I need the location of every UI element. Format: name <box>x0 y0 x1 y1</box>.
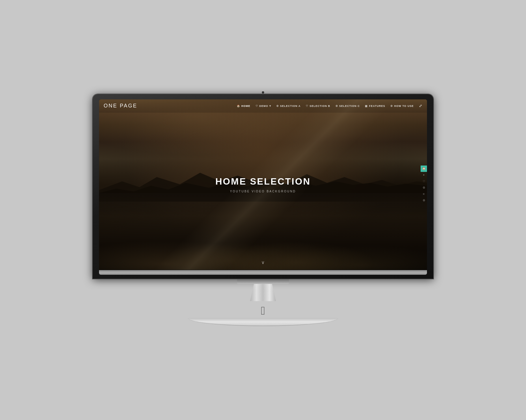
nav-expand-button[interactable]: ⤢ <box>419 104 422 108</box>
expand-icon: ⤢ <box>419 104 422 108</box>
selection-c-nav-icon: ⚙ <box>335 105 338 107</box>
how-to-use-nav-icon: ⚙ <box>390 105 393 107</box>
nav-item-selection-b[interactable]: ♡ SELECTION B <box>306 105 330 107</box>
nav-item-selection-c[interactable]: ⚙ SELECTION C <box>335 105 360 107</box>
sidebar-dot-menu[interactable]: ≡ <box>421 191 427 197</box>
nav-item-selection-a[interactable]: ⚙ SELECTION A <box>276 105 301 107</box>
sidebar-circle-icon: ● <box>423 174 425 176</box>
monitor-body: ONE PAGE 🏠 HOME ♡ DEMO ▾ <box>93 94 433 279</box>
nav-label-home: HOME <box>241 105 250 107</box>
nav-label-selection-a: SELECTION A <box>280 105 301 107</box>
nav-label-features: FEATURES <box>369 105 385 107</box>
demo-nav-icon: ♡ <box>255 105 258 107</box>
nav-label-selection-b: SELECTION B <box>309 105 330 107</box>
monitor-stand-top <box>237 279 289 284</box>
monitor-bottom-bar <box>99 270 427 275</box>
home-nav-icon: 🏠 <box>237 105 240 107</box>
navbar: ONE PAGE 🏠 HOME ♡ DEMO ▾ <box>99 99 427 113</box>
right-sidebar: 🏠 ● ♡ ⚙ ≡ ⚙ <box>421 166 427 204</box>
monitor-bezel: ONE PAGE 🏠 HOME ♡ DEMO ▾ <box>99 99 427 275</box>
nav-menu: 🏠 HOME ♡ DEMO ▾ ⚙ SELECTION A <box>237 104 422 108</box>
nav-label-demo: DEMO <box>259 105 268 107</box>
apple-logo:  <box>261 301 265 318</box>
monitor-stand-neck <box>250 284 276 301</box>
nav-item-features[interactable]: ▦ FEATURES <box>365 105 385 107</box>
nav-item-home[interactable]: 🏠 HOME <box>237 105 250 107</box>
selection-a-nav-icon: ⚙ <box>276 105 279 107</box>
sidebar-settings-icon: ⚙ <box>423 186 425 189</box>
site-logo[interactable]: ONE PAGE <box>104 103 137 109</box>
features-nav-icon: ▦ <box>365 105 368 107</box>
sidebar-dot-home[interactable]: 🏠 <box>421 166 427 172</box>
hero-content: HOME SELECTION YOUTUBE VIDEO BACKGROUND <box>215 176 311 193</box>
sidebar-menu-icon: ≡ <box>423 192 425 196</box>
sidebar-share-icon: ⚙ <box>423 199 425 202</box>
hero-subtitle: YOUTUBE VIDEO BACKGROUND <box>215 190 311 193</box>
monitor-stand-base <box>188 318 338 326</box>
nav-label-selection-c: SELECTION C <box>339 105 360 107</box>
monitor-wrapper: ONE PAGE 🏠 HOME ♡ DEMO ▾ <box>90 94 436 326</box>
selection-b-nav-icon: ♡ <box>306 105 308 107</box>
screen: ONE PAGE 🏠 HOME ♡ DEMO ▾ <box>99 99 427 270</box>
sidebar-home-icon: 🏠 <box>422 167 426 170</box>
sidebar-dot-heart[interactable]: ♡ <box>421 178 427 185</box>
sidebar-heart-icon: ♡ <box>423 180 425 183</box>
nav-item-how-to-use[interactable]: ⚙ HOW TO USE <box>390 105 414 107</box>
hero-title: HOME SELECTION <box>215 176 311 187</box>
scroll-chevron[interactable]: ∨ <box>261 260 265 265</box>
sidebar-dot-share[interactable]: ⚙ <box>421 197 427 204</box>
nav-item-demo[interactable]: ♡ DEMO ▾ <box>255 104 271 107</box>
nav-label-how-to-use: HOW TO USE <box>394 105 414 107</box>
sidebar-dot-settings[interactable]: ⚙ <box>421 185 427 191</box>
demo-dropdown-icon: ▾ <box>269 104 271 107</box>
sidebar-dot-circle[interactable]: ● <box>421 172 427 178</box>
camera-dot <box>262 91 264 94</box>
